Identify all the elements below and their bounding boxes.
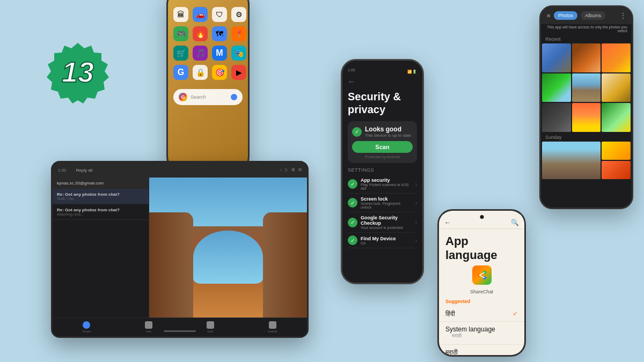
app-icon-music[interactable]: 🎵 xyxy=(193,46,208,61)
phone-home-screen: 🏛 🚗 🛡 ⚙ 🎮 🔥 🗺 📍 🛒 🎵 M 🎭 G 🔒 🎯 ▶ G Sear xyxy=(166,0,250,172)
find-my-device-item[interactable]: ✓ Find My Device On › xyxy=(348,233,417,248)
find-my-device-sub: On xyxy=(361,241,412,245)
app-security-title: App security xyxy=(361,178,412,183)
lang-hindi: हिंदी xyxy=(445,310,455,317)
app-icon-youtube[interactable]: ▶ xyxy=(231,65,246,80)
photo-grid-sunday xyxy=(541,142,632,179)
security-title: Security & privacy xyxy=(348,90,417,116)
app-security-chevron: › xyxy=(415,181,417,187)
photo-thumb-1[interactable] xyxy=(542,43,571,72)
email-subject: Re: Got any photos from chai? xyxy=(57,192,144,197)
tablet-reply-all[interactable]: Reply all xyxy=(76,168,93,173)
lang-marathi: मराठी xyxy=(445,349,458,355)
albums-tab[interactable]: Albums xyxy=(581,11,605,20)
photo-thumb-6[interactable] xyxy=(602,73,631,102)
photo-small-1[interactable] xyxy=(602,142,631,160)
photo-big-sunday[interactable] xyxy=(542,142,601,179)
photos-top-bar: ✕ Photos Albums ⋮ xyxy=(541,7,632,24)
lang-search-button[interactable]: 🔍 xyxy=(511,219,519,226)
app-security-icon: ✓ xyxy=(348,179,357,189)
google-checkup-item[interactable]: ✓ Google Security Checkup Your account i… xyxy=(348,212,417,233)
tablet: 1:00 Reply all ↓ ▷ ⊞ ⧉ kpnas.sc.20@gmail… xyxy=(51,161,309,338)
tablet-icon-1[interactable]: ↓ xyxy=(280,167,282,173)
lang-back-button[interactable]: ← xyxy=(444,219,451,226)
google-search-bar[interactable]: G Search xyxy=(173,89,243,105)
screen-lock-chevron: › xyxy=(415,200,417,206)
looks-good-card: ✓ Looks good This device is up to date S… xyxy=(348,121,417,163)
tablet-time: 1:00 xyxy=(58,168,67,173)
sunday-label: Sunday xyxy=(541,132,632,142)
status-icons: 📶🔋 xyxy=(407,70,417,74)
app-icon-target[interactable]: 🎯 xyxy=(212,65,227,80)
photo-panel xyxy=(149,178,307,317)
lang-item-hindi[interactable]: हिंदी ✓ xyxy=(439,306,524,322)
find-my-device-icon: ✓ xyxy=(348,235,357,245)
lang-item-system[interactable]: System language मराठी xyxy=(439,322,524,345)
green-shield-icon: ✓ xyxy=(352,127,362,137)
app-icon-lock[interactable]: 🔒 xyxy=(193,65,208,80)
email-subject-2: Re: Got any photos from chai? xyxy=(57,208,144,212)
email-panel: kpnas.sc.20@gmail.com Re: Got any photos… xyxy=(53,178,149,317)
tablet-bottom-bar: Share Info Edit Delete xyxy=(53,317,307,336)
google-checkup-chevron: › xyxy=(415,219,417,225)
app-icon-fire[interactable]: 🔥 xyxy=(193,26,208,41)
photo-thumb-9[interactable] xyxy=(602,103,631,132)
close-button[interactable]: ✕ xyxy=(546,13,551,19)
lang-system: System language xyxy=(445,326,495,333)
photo-thumb-3[interactable] xyxy=(602,43,631,72)
app-icon-google[interactable]: G xyxy=(173,65,188,80)
find-my-device-title: Find My Device xyxy=(361,236,412,241)
email-from: kpnas.sc.20@gmail.com xyxy=(57,181,104,186)
screen-lock-item[interactable]: ✓ Screen lock Screen lock, Fingerprint u… xyxy=(348,194,417,212)
back-button[interactable]: ← xyxy=(348,77,417,86)
app-icon-game[interactable]: 🎮 xyxy=(173,26,188,41)
android-badge: 13 xyxy=(46,40,110,107)
photo-grid-recent xyxy=(541,43,632,132)
sharechat-icon xyxy=(472,265,492,285)
photo-thumb-8[interactable] xyxy=(572,103,601,132)
tablet-icon-2[interactable]: ▷ xyxy=(285,167,288,173)
lang-item-marathi[interactable]: मराठी xyxy=(439,345,524,355)
google-checkup-sub: Your account is protected xyxy=(361,226,412,230)
tab-delete[interactable]: Delete xyxy=(268,321,277,333)
app-icon-theater[interactable]: 🎭 xyxy=(231,46,246,61)
tab-share[interactable]: Share xyxy=(82,321,91,333)
screen-lock-title: Screen lock xyxy=(361,196,412,202)
photo-thumb-4[interactable] xyxy=(542,73,571,102)
app-icon-shop[interactable]: 🛒 xyxy=(173,46,188,61)
google-checkup-icon: ✓ xyxy=(348,218,357,227)
photos-tab[interactable]: Photos xyxy=(554,11,577,20)
tablet-icon-3[interactable]: ⊞ xyxy=(291,167,295,173)
google-checkup-title: Google Security Checkup xyxy=(361,215,412,226)
mic-icon[interactable] xyxy=(231,94,237,100)
email-item-2[interactable]: Re: Got any photos from chai? Attaching … xyxy=(53,204,149,220)
screen-lock-sub: Screen lock, Fingerprint unlock xyxy=(361,202,412,209)
search-hint: Search xyxy=(191,94,206,100)
tablet-icon-4[interactable]: ⧉ xyxy=(298,167,302,173)
photos-app: ✕ Photos Albums ⋮ This app will have acc… xyxy=(539,5,633,209)
app-icon-maps[interactable]: 🏛 xyxy=(173,7,188,22)
status-time: 1:00 xyxy=(348,68,355,72)
app-icon-gmail[interactable]: M xyxy=(212,46,227,61)
photo-thumb-2[interactable] xyxy=(572,43,601,72)
screen-lock-icon: ✓ xyxy=(348,198,357,208)
app-icon-drive[interactable]: 🚗 xyxy=(193,7,208,22)
email-message: Yeah, I do. xyxy=(57,197,144,201)
photo-thumb-5[interactable] xyxy=(572,73,601,102)
protected-by-text: Protected by Android xyxy=(352,155,413,159)
tab-info[interactable]: Info xyxy=(145,321,152,333)
app-icon-maps2[interactable]: 🗺 xyxy=(212,26,227,41)
scan-button[interactable]: Scan xyxy=(352,141,413,153)
app-security-item[interactable]: ✓ App security Play Protect scanned at 8… xyxy=(348,175,417,194)
phone-security: 1:00 📶🔋 ← Security & privacy ✓ Looks goo… xyxy=(341,59,424,284)
app-icon-settings[interactable]: ⚙ xyxy=(231,7,246,22)
email-preview-2: Attaching now... xyxy=(57,212,144,216)
app-icon-location[interactable]: 📍 xyxy=(231,26,246,41)
email-item-selected[interactable]: Re: Got any photos from chai? Yeah, I do… xyxy=(53,189,149,204)
app-security-sub: Play Protect scanned at 8:00 AM xyxy=(361,183,412,190)
more-options[interactable]: ⋮ xyxy=(620,12,626,19)
photo-small-2[interactable] xyxy=(602,161,631,179)
app-icon-security[interactable]: 🛡 xyxy=(212,7,227,22)
tab-edit[interactable]: Edit xyxy=(207,321,214,333)
photo-thumb-7[interactable] xyxy=(542,103,571,132)
